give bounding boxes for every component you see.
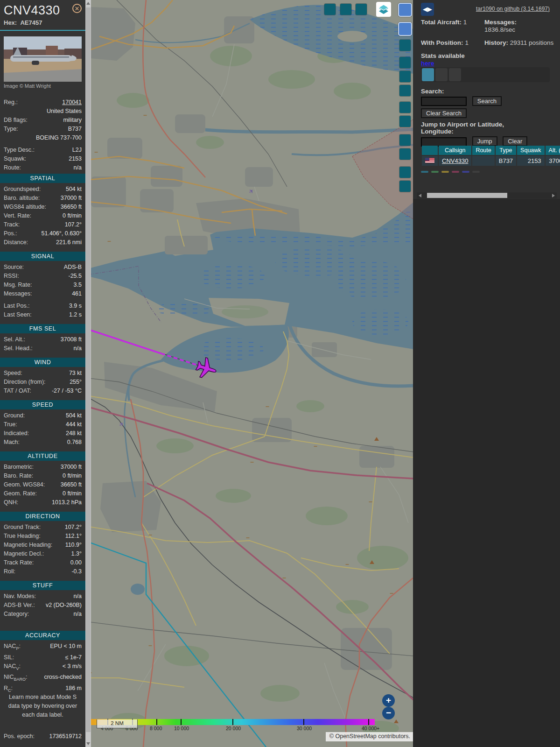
row-value: military	[63, 116, 82, 125]
row-label: Distance:	[4, 238, 28, 247]
messages-rate: Messages:1836.8/sec	[484, 19, 554, 34]
layers-button[interactable]	[376, 2, 391, 17]
tick-line	[181, 719, 182, 725]
panel-horizontal-scrollbar[interactable]	[417, 192, 557, 198]
table-header-cell[interactable]	[422, 146, 438, 155]
search-section: Search: Search Clear Search Jump to Airp…	[421, 88, 554, 147]
data-row: ADS-B Ver.: v2 (DO-260B)	[0, 601, 85, 610]
source-badge[interactable]	[462, 171, 469, 173]
row-label: Reg.:	[4, 98, 18, 107]
panel-tab[interactable]	[435, 68, 448, 81]
squawk-cell: 2153	[517, 156, 544, 166]
map-canvas[interactable]: ✈✈ + − 4 000 6 000 8 000 10 000 20 000 3…	[91, 0, 413, 747]
data-row: BOEING 737-700	[0, 134, 85, 142]
row-value: 107.2°	[65, 523, 82, 532]
row-label: Track:	[4, 220, 20, 229]
map-side-button[interactable]	[398, 3, 412, 17]
panel-width-toggle-icon[interactable]: ◀▶	[421, 3, 434, 16]
zoom-in-button[interactable]: +	[382, 694, 395, 707]
table-header-cell[interactable]: Callsign	[439, 146, 471, 155]
table-header-cell[interactable]: Route	[472, 146, 494, 155]
scrollbar-thumb[interactable]	[86, 7, 91, 732]
zoom-out-button[interactable]: −	[382, 707, 395, 719]
map-side-button[interactable]	[399, 102, 411, 113]
data-row: Squawk: 2153	[0, 155, 85, 163]
data-row: SIL: ≤ 1e-7	[0, 653, 85, 662]
source-badge[interactable]	[441, 171, 449, 173]
search-button[interactable]: Search	[472, 96, 502, 106]
aircraft-detail-sidebar: CNV4330 ✕ Hex: AE7457 Image © Matt Wrigh…	[0, 0, 85, 747]
map-side-button[interactable]	[398, 22, 412, 36]
panel-tab[interactable]	[449, 68, 461, 81]
row-value: 2153	[69, 155, 82, 163]
aircraft-photo[interactable]	[4, 36, 82, 82]
row-value: United States	[47, 107, 82, 116]
map-hotkey-button[interactable]	[340, 4, 351, 15]
source-badge[interactable]	[452, 171, 459, 173]
road-ref-badge	[345, 564, 349, 565]
data-row: Nav. Modes: n/a	[0, 592, 85, 601]
row-value: 0 ft/min	[63, 489, 82, 498]
hex-code: Hex: AE7457	[0, 18, 85, 26]
pos-epoch-label: Pos. epoch:	[4, 732, 35, 741]
hscroll-left-icon[interactable]	[419, 194, 421, 197]
data-row: Last Pos.: 3.9 s	[0, 302, 85, 310]
road-ref-badge	[91, 672, 92, 673]
sidebar-scrollbar[interactable]	[85, 0, 91, 747]
row-label: NACP:	[4, 642, 21, 653]
hscroll-thumb[interactable]	[427, 193, 507, 198]
map-attribution[interactable]: © OpenStreetMap contributors.	[326, 732, 413, 741]
scroll-down-icon[interactable]	[86, 742, 90, 745]
data-row: Sel. Alt.: 37008 ft	[0, 335, 85, 344]
row-label: Indicated:	[4, 429, 29, 438]
mode-s-note: Learn more about Mode S data type by hov…	[0, 693, 85, 719]
map-side-button[interactable]	[399, 148, 411, 160]
map-side-button[interactable]	[399, 181, 411, 192]
map-hotkey-button[interactable]	[356, 4, 367, 15]
sidebar-section: SPEED Ground: 504 kt True: 444 kt Indica…	[0, 400, 85, 447]
search-input[interactable]	[421, 97, 467, 106]
row-label: Speed:	[4, 369, 22, 378]
data-row: DB flags: military	[0, 116, 85, 125]
map-side-button[interactable]	[399, 167, 411, 178]
map-side-button[interactable]	[399, 71, 411, 82]
road-ref-badge	[250, 462, 254, 463]
row-value: 1013.2 hPa	[52, 498, 82, 507]
row-value: < 3 m/s	[63, 662, 82, 673]
sidebar-section: FMS SEL Sel. Alt.: 37008 ft Sel. Head.: …	[0, 324, 85, 353]
source-badge[interactable]	[421, 171, 428, 173]
table-header-cell[interactable]: Squawk	[517, 146, 544, 155]
table-row[interactable]: CNV4330 B737 2153 37000	[422, 156, 560, 166]
tick-label: 40 000+	[362, 726, 379, 731]
github-version-link[interactable]: tar1090 on github (3.14.1697)	[476, 6, 550, 12]
data-row: True Heading: 112.1°	[0, 532, 85, 541]
map-side-button[interactable]	[399, 116, 411, 127]
close-icon[interactable]: ✕	[72, 4, 82, 13]
table-header-cell[interactable]: Alt. (ft)	[546, 146, 560, 155]
map-side-button[interactable]	[399, 57, 411, 68]
hscroll-right-icon[interactable]	[552, 194, 555, 197]
data-row: Baro. Rate: 0 ft/min	[0, 472, 85, 480]
map-side-button[interactable]	[399, 40, 411, 51]
data-row: Sel. Head.: n/a	[0, 344, 85, 353]
source-badge[interactable]	[431, 171, 439, 173]
clear-search-button[interactable]: Clear Search	[421, 108, 467, 118]
section-header: WIND	[0, 358, 85, 367]
sidebar-section: DIRECTION Ground Track: 107.2° True Head…	[0, 512, 85, 576]
legend-tick: 40 000+	[368, 719, 369, 725]
section-header: DIRECTION	[0, 512, 85, 521]
stats-here-link[interactable]: here	[421, 60, 434, 67]
row-value: L2J	[72, 146, 82, 155]
section-header: ALTITUDE	[0, 451, 85, 461]
source-badge[interactable]	[472, 171, 480, 173]
callsign-cell[interactable]: CNV4330	[439, 156, 471, 166]
sidebar-section: ALTITUDE Barometric: 37000 ft Baro. Rate…	[0, 451, 85, 507]
map-side-button[interactable]	[399, 134, 411, 146]
panel-tab[interactable]	[422, 68, 434, 81]
map-hotkey-button[interactable]	[324, 4, 336, 15]
map-side-button[interactable]	[399, 85, 411, 96]
table-header-cell[interactable]: Type	[496, 146, 516, 155]
scroll-up-icon[interactable]	[86, 2, 90, 5]
data-row: Category: n/a	[0, 610, 85, 619]
row-label: Pos.:	[4, 229, 17, 238]
